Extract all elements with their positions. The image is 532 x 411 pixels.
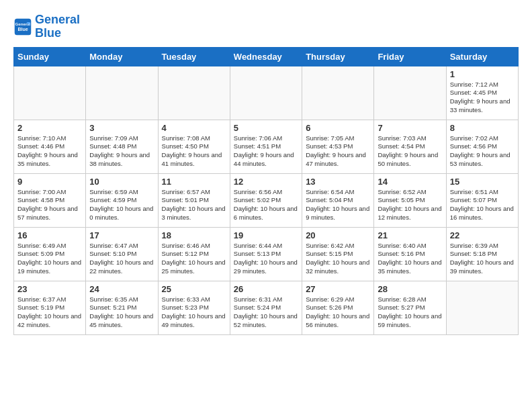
col-header-saturday: Saturday — [446, 47, 518, 66]
calendar-cell: 10Sunrise: 6:59 AM Sunset: 4:59 PM Dayli… — [86, 173, 158, 227]
calendar-cell: 7Sunrise: 7:03 AM Sunset: 4:54 PM Daylig… — [374, 120, 446, 173]
logo-text: GeneralBlue — [35, 13, 80, 40]
calendar-cell: 20Sunrise: 6:42 AM Sunset: 5:15 PM Dayli… — [302, 227, 374, 281]
calendar-cell: 26Sunrise: 6:31 AM Sunset: 5:24 PM Dayli… — [230, 281, 302, 334]
day-info: Sunrise: 7:12 AM Sunset: 4:45 PM Dayligh… — [450, 81, 515, 115]
page-header: General Blue GeneralBlue — [13, 13, 519, 40]
calendar-cell: 2Sunrise: 7:10 AM Sunset: 4:46 PM Daylig… — [14, 120, 86, 173]
day-info: Sunrise: 6:39 AM Sunset: 5:18 PM Dayligh… — [450, 242, 515, 276]
calendar-cell: 12Sunrise: 6:56 AM Sunset: 5:02 PM Dayli… — [230, 173, 302, 227]
day-info: Sunrise: 6:37 AM Sunset: 5:19 PM Dayligh… — [17, 295, 82, 330]
day-info: Sunrise: 6:40 AM Sunset: 5:16 PM Dayligh… — [378, 242, 442, 276]
day-number: 25 — [162, 284, 226, 294]
week-row-3: 9Sunrise: 7:00 AM Sunset: 4:58 PM Daylig… — [14, 173, 519, 227]
day-info: Sunrise: 7:09 AM Sunset: 4:48 PM Dayligh… — [89, 134, 154, 169]
day-number: 6 — [306, 123, 370, 133]
calendar-cell: 27Sunrise: 6:29 AM Sunset: 5:26 PM Dayli… — [302, 281, 374, 334]
day-info: Sunrise: 6:44 AM Sunset: 5:13 PM Dayligh… — [234, 242, 298, 276]
calendar-cell: 15Sunrise: 6:51 AM Sunset: 5:07 PM Dayli… — [446, 173, 518, 227]
calendar-cell: 3Sunrise: 7:09 AM Sunset: 4:48 PM Daylig… — [86, 120, 158, 173]
day-info: Sunrise: 7:06 AM Sunset: 4:51 PM Dayligh… — [234, 134, 298, 169]
calendar-cell — [230, 66, 302, 120]
day-number: 28 — [378, 284, 442, 294]
logo-icon: General Blue — [13, 17, 32, 36]
day-number: 18 — [162, 230, 226, 240]
day-number: 22 — [450, 230, 515, 240]
calendar-cell: 17Sunrise: 6:47 AM Sunset: 5:10 PM Dayli… — [86, 227, 158, 281]
day-info: Sunrise: 6:49 AM Sunset: 5:09 PM Dayligh… — [17, 242, 82, 276]
col-header-friday: Friday — [374, 47, 446, 66]
day-number: 24 — [89, 284, 154, 294]
day-number: 8 — [450, 123, 515, 133]
calendar-cell — [302, 66, 374, 120]
calendar-cell: 8Sunrise: 7:02 AM Sunset: 4:56 PM Daylig… — [446, 120, 518, 173]
calendar-cell: 23Sunrise: 6:37 AM Sunset: 5:19 PM Dayli… — [14, 281, 86, 334]
col-header-thursday: Thursday — [302, 47, 374, 66]
day-number: 20 — [306, 230, 370, 240]
day-number: 3 — [89, 123, 154, 133]
calendar-header-row: SundayMondayTuesdayWednesdayThursdayFrid… — [14, 47, 519, 66]
day-number: 16 — [17, 230, 82, 240]
calendar-cell: 19Sunrise: 6:44 AM Sunset: 5:13 PM Dayli… — [230, 227, 302, 281]
day-number: 1 — [450, 69, 515, 79]
calendar-cell: 25Sunrise: 6:33 AM Sunset: 5:23 PM Dayli… — [158, 281, 230, 334]
calendar-cell: 16Sunrise: 6:49 AM Sunset: 5:09 PM Dayli… — [14, 227, 86, 281]
day-info: Sunrise: 6:46 AM Sunset: 5:12 PM Dayligh… — [162, 242, 226, 276]
calendar-cell: 1Sunrise: 7:12 AM Sunset: 4:45 PM Daylig… — [446, 66, 518, 120]
calendar-cell — [446, 281, 518, 334]
day-info: Sunrise: 6:35 AM Sunset: 5:21 PM Dayligh… — [89, 295, 154, 330]
day-info: Sunrise: 7:03 AM Sunset: 4:54 PM Dayligh… — [378, 134, 442, 169]
day-number: 15 — [450, 177, 515, 187]
day-number: 21 — [378, 230, 442, 240]
day-number: 11 — [162, 177, 226, 187]
day-info: Sunrise: 6:42 AM Sunset: 5:15 PM Dayligh… — [306, 242, 370, 276]
day-number: 26 — [234, 284, 298, 294]
day-info: Sunrise: 6:57 AM Sunset: 5:01 PM Dayligh… — [162, 188, 226, 222]
calendar-cell — [14, 66, 86, 120]
day-number: 12 — [234, 177, 298, 187]
week-row-4: 16Sunrise: 6:49 AM Sunset: 5:09 PM Dayli… — [14, 227, 519, 281]
day-info: Sunrise: 6:29 AM Sunset: 5:26 PM Dayligh… — [306, 295, 370, 330]
day-info: Sunrise: 6:47 AM Sunset: 5:10 PM Dayligh… — [89, 242, 154, 276]
calendar-cell: 5Sunrise: 7:06 AM Sunset: 4:51 PM Daylig… — [230, 120, 302, 173]
day-info: Sunrise: 7:05 AM Sunset: 4:53 PM Dayligh… — [306, 134, 370, 169]
day-info: Sunrise: 6:51 AM Sunset: 5:07 PM Dayligh… — [450, 188, 515, 222]
day-info: Sunrise: 6:31 AM Sunset: 5:24 PM Dayligh… — [234, 295, 298, 330]
day-info: Sunrise: 6:28 AM Sunset: 5:27 PM Dayligh… — [378, 295, 442, 330]
day-number: 10 — [89, 177, 154, 187]
calendar-table: SundayMondayTuesdayWednesdayThursdayFrid… — [13, 47, 519, 335]
day-info: Sunrise: 6:59 AM Sunset: 4:59 PM Dayligh… — [89, 188, 154, 222]
day-info: Sunrise: 6:56 AM Sunset: 5:02 PM Dayligh… — [234, 188, 298, 222]
svg-text:Blue: Blue — [17, 27, 28, 32]
calendar-cell — [374, 66, 446, 120]
col-header-tuesday: Tuesday — [158, 47, 230, 66]
day-number: 17 — [89, 230, 154, 240]
calendar-cell — [86, 66, 158, 120]
day-info: Sunrise: 6:52 AM Sunset: 5:05 PM Dayligh… — [378, 188, 442, 222]
calendar-cell: 22Sunrise: 6:39 AM Sunset: 5:18 PM Dayli… — [446, 227, 518, 281]
week-row-2: 2Sunrise: 7:10 AM Sunset: 4:46 PM Daylig… — [14, 120, 519, 173]
day-info: Sunrise: 7:00 AM Sunset: 4:58 PM Dayligh… — [17, 188, 82, 222]
day-number: 19 — [234, 230, 298, 240]
day-info: Sunrise: 7:02 AM Sunset: 4:56 PM Dayligh… — [450, 134, 515, 169]
calendar-cell: 28Sunrise: 6:28 AM Sunset: 5:27 PM Dayli… — [374, 281, 446, 334]
calendar-cell: 6Sunrise: 7:05 AM Sunset: 4:53 PM Daylig… — [302, 120, 374, 173]
calendar-cell: 14Sunrise: 6:52 AM Sunset: 5:05 PM Dayli… — [374, 173, 446, 227]
logo: General Blue GeneralBlue — [13, 13, 80, 40]
day-number: 9 — [17, 177, 82, 187]
day-info: Sunrise: 7:08 AM Sunset: 4:50 PM Dayligh… — [162, 134, 226, 169]
day-number: 7 — [378, 123, 442, 133]
day-number: 13 — [306, 177, 370, 187]
col-header-sunday: Sunday — [14, 47, 86, 66]
day-number: 23 — [17, 284, 82, 294]
week-row-5: 23Sunrise: 6:37 AM Sunset: 5:19 PM Dayli… — [14, 281, 519, 334]
day-info: Sunrise: 6:33 AM Sunset: 5:23 PM Dayligh… — [162, 295, 226, 330]
day-info: Sunrise: 7:10 AM Sunset: 4:46 PM Dayligh… — [17, 134, 82, 169]
col-header-monday: Monday — [86, 47, 158, 66]
day-number: 2 — [17, 123, 82, 133]
calendar-cell: 18Sunrise: 6:46 AM Sunset: 5:12 PM Dayli… — [158, 227, 230, 281]
day-number: 14 — [378, 177, 442, 187]
calendar-cell: 24Sunrise: 6:35 AM Sunset: 5:21 PM Dayli… — [86, 281, 158, 334]
day-number: 4 — [162, 123, 226, 133]
day-number: 5 — [234, 123, 298, 133]
